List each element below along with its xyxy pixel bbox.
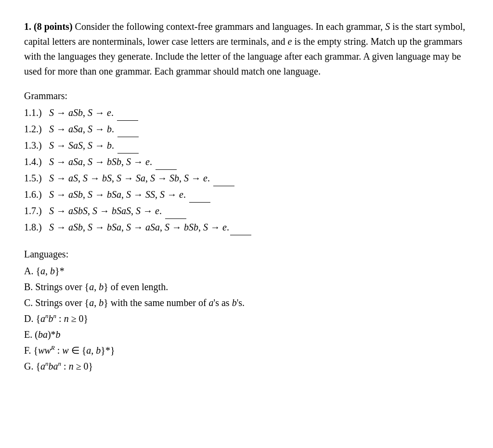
language-D: D. {anbn : n ≥ 0} (24, 311, 469, 326)
grammar-1-4-blank[interactable] (156, 154, 177, 170)
grammar-1-8: 1.8.) S → aSb, S → bSa, S → aSa, S → bSb… (24, 220, 469, 235)
grammar-1-4: 1.4.) S → aSa, S → bSb, S → e. (24, 154, 469, 170)
problem-intro: 1. (8 points) Consider the following con… (24, 19, 469, 79)
grammar-1-3-blank[interactable] (117, 138, 139, 154)
languages-title: Languages: (24, 247, 469, 262)
grammar-1-5-num: 1.5.) (24, 171, 49, 186)
language-G-desc: {anban : n ≥ 0} (36, 361, 93, 371)
problem-statement: 1. (8 points) Consider the following con… (24, 19, 469, 79)
language-G-label: G. (24, 361, 36, 371)
grammar-1-6-blank[interactable] (189, 187, 210, 203)
language-A: A. {a, b}* (24, 264, 469, 279)
language-F: F. {wwR : w ∈ {a, b}*} (24, 343, 469, 358)
grammar-1-3-num: 1.3.) (24, 138, 49, 153)
grammar-1-3-formula: S → SaS, S → b. (49, 138, 139, 154)
grammar-1-6-formula: S → aSb, S → bSa, S → SS, S → e. (49, 187, 210, 203)
grammar-1-6-num: 1.6.) (24, 187, 49, 202)
grammar-1-5: 1.5.) S → aS, S → bS, S → Sa, S → Sb, S … (24, 171, 469, 186)
grammar-1-1-blank[interactable] (117, 105, 138, 121)
grammar-1-7-formula: S → aSbS, S → bSaS, S → e. (49, 204, 186, 219)
grammars-section: Grammars: 1.1.) S → aSb, S → e. 1.2.) S … (24, 89, 469, 235)
grammar-1-2: 1.2.) S → aSa, S → b. (24, 122, 469, 137)
language-G: G. {anban : n ≥ 0} (24, 359, 469, 374)
language-C: C. Strings over {a, b} with the same num… (24, 295, 469, 310)
language-C-label: C. (24, 297, 35, 308)
language-E: E. (ba)*b (24, 327, 469, 342)
language-A-desc: {a, b}* (36, 266, 64, 276)
language-A-label: A. (24, 266, 36, 276)
grammar-1-6: 1.6.) S → aSb, S → bSa, S → SS, S → e. (24, 187, 469, 203)
language-F-label: F. (24, 345, 34, 356)
grammar-1-7-num: 1.7.) (24, 204, 49, 218)
language-C-desc: Strings over {a, b} with the same number… (35, 297, 245, 308)
grammar-1-2-num: 1.2.) (24, 122, 49, 137)
problem-number: 1. (8 points) (24, 21, 73, 32)
language-D-desc: {anbn : n ≥ 0} (36, 313, 88, 324)
language-D-label: D. (24, 313, 36, 324)
grammar-1-4-formula: S → aSa, S → bSb, S → e. (49, 154, 177, 170)
grammar-1-2-formula: S → aSa, S → b. (49, 122, 139, 137)
grammar-1-8-formula: S → aSb, S → bSa, S → aSa, S → bSb, S → … (49, 220, 251, 235)
language-B-label: B. (24, 282, 35, 292)
grammar-1-7-blank[interactable] (165, 204, 186, 219)
grammars-title: Grammars: (24, 89, 469, 103)
grammar-1-4-num: 1.4.) (24, 154, 49, 169)
grammar-1-8-blank[interactable] (230, 220, 251, 235)
language-E-desc: (ba)*b (35, 329, 60, 340)
language-B: B. Strings over {a, b} of even length. (24, 280, 469, 294)
grammar-1-8-num: 1.8.) (24, 220, 49, 235)
grammar-1-5-blank[interactable] (213, 171, 234, 186)
languages-section: Languages: A. {a, b}* B. Strings over {a… (24, 247, 469, 374)
grammar-1-2-blank[interactable] (117, 122, 139, 137)
grammar-1-5-formula: S → aS, S → bS, S → Sa, S → Sb, S → e. (49, 171, 234, 186)
language-B-desc: Strings over {a, b} of even length. (35, 282, 168, 292)
grammar-1-7: 1.7.) S → aSbS, S → bSaS, S → e. (24, 204, 469, 219)
language-F-desc: {wwR : w ∈ {a, b}*} (34, 345, 115, 356)
grammar-1-1: 1.1.) S → aSb, S → e. (24, 105, 469, 121)
grammar-1-1-num: 1.1.) (24, 105, 49, 120)
language-E-label: E. (24, 329, 35, 340)
grammar-1-3: 1.3.) S → SaS, S → b. (24, 138, 469, 154)
grammar-1-1-formula: S → aSb, S → e. (49, 105, 138, 121)
